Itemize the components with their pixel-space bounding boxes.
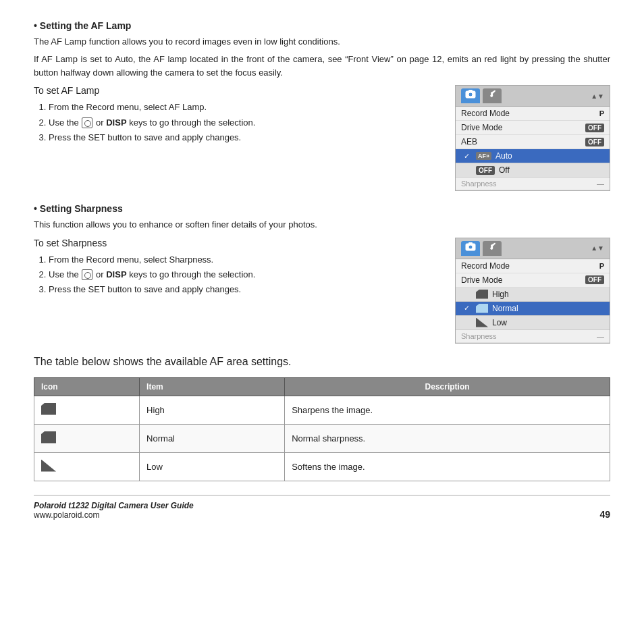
sharpness-footer-label: Sharpness — [461, 180, 497, 188]
drive-mode-row: Drive Mode OFF — [456, 121, 610, 135]
sharpness-footer-value: — — [597, 180, 604, 188]
col-icon: Icon — [34, 377, 140, 396]
sharpness-normal-item: ✓ Normal — [456, 302, 610, 316]
sharpness-step-1: From the Record menu, select Sharpness. — [49, 252, 441, 267]
af-lamp-instructions: To set AF Lamp From the Record menu, sel… — [34, 85, 441, 144]
table-header-row: Icon Item Description — [34, 377, 610, 396]
sharpness-menu-header: ▲▼ — [456, 238, 610, 259]
sharpness-drive-mode-row: Drive Mode OFF — [456, 273, 610, 288]
nav-arrows: ▲▼ — [591, 92, 604, 100]
sharpness-record-mode-label: Record Mode — [461, 261, 510, 271]
normal-icon — [476, 304, 488, 313]
desc-cell-low: Softens the image. — [285, 452, 610, 481]
kbd-icon — [82, 117, 92, 128]
sharpness-step-3: Press the SET button to save and apply c… — [49, 282, 441, 297]
af-lamp-step-1: From the Record menu, select AF Lamp. — [49, 100, 441, 115]
desc-cell-normal: Normal sharpness. — [285, 424, 610, 452]
sharpness-instructions: To set Sharpness From the Record menu, s… — [34, 238, 441, 297]
sharpness-steps: From the Record menu, select Sharpness. … — [34, 252, 441, 297]
record-mode-row: Record Mode P — [456, 107, 610, 121]
desc-cell-high: Sharpens the image. — [285, 396, 610, 424]
sharpness-table: Icon Item Description High Sharpens the … — [34, 377, 610, 481]
svg-point-1 — [468, 92, 473, 97]
af-lamp-body1: The AF Lamp function allows you to recor… — [34, 35, 610, 49]
sharpness-step-2: Use the or DISP keys to go through the s… — [49, 267, 441, 282]
af-lamp-camera-menu: ▲▼ Record Mode P Drive Mode OFF AEB OFF … — [455, 85, 610, 191]
table-row: High Sharpens the image. — [34, 396, 610, 424]
drive-mode-label: Drive Mode — [461, 123, 502, 132]
col-item: Item — [140, 377, 285, 396]
af-auto-item: ✓ AF» Auto — [456, 149, 610, 163]
table-intro: The table below shows the available AF a… — [34, 356, 610, 368]
icon-high — [41, 403, 56, 415]
svg-rect-2 — [468, 90, 473, 92]
af-lamp-instructions-area: To set AF Lamp From the Record menu, sel… — [34, 85, 610, 191]
sharpness-drive-mode-label: Drive Mode — [461, 275, 502, 285]
record-mode-label: Record Mode — [461, 109, 510, 118]
af-lamp-section: Setting the AF Lamp The AF Lamp function… — [34, 20, 610, 191]
sharpness-footer-value2: — — [597, 332, 604, 340]
svg-rect-5 — [468, 242, 473, 244]
icon-cell-high — [34, 396, 140, 424]
auto-label: Auto — [495, 151, 512, 161]
icon-normal — [41, 431, 56, 444]
brand-name: Polaroid t1232 Digital Camera User Guide — [34, 501, 194, 510]
sharpness-camera-tab — [461, 241, 502, 256]
af-off-item: OFF Off — [456, 163, 610, 178]
website: www.polaroid.com — [34, 510, 194, 520]
sharpness-instructions-area: To set Sharpness From the Record menu, s… — [34, 238, 610, 344]
af-lamp-body2: If AF Lamp is set to Auto, the AF lamp l… — [34, 53, 610, 80]
icon-cell-low — [34, 452, 140, 481]
sharpness-camera-menu: ▲▼ Record Mode P Drive Mode OFF High ✓ N… — [455, 238, 610, 344]
menu-header: ▲▼ — [456, 86, 610, 107]
sharpness-nav-arrows: ▲▼ — [591, 244, 604, 252]
high-label: High — [492, 290, 509, 299]
off-label: Off — [499, 165, 510, 175]
sharpness-title: Setting Sharpness — [34, 203, 610, 214]
sharpness-high-item: High — [456, 288, 610, 302]
sharpness-camera-tab-icon — [461, 241, 480, 256]
sharpness-record-mode-row: Record Mode P — [456, 259, 610, 273]
icon-cell-normal — [34, 424, 140, 452]
icon-low — [41, 460, 56, 472]
table-row: Low Softens the image. — [34, 452, 610, 481]
sharpness-section: Setting Sharpness This function allows y… — [34, 203, 610, 343]
camera-tab — [461, 88, 502, 103]
high-icon — [476, 290, 488, 299]
check-normal: ✓ — [464, 304, 472, 313]
table-section: The table below shows the available AF a… — [34, 356, 610, 481]
wrench-tab-icon — [483, 88, 502, 103]
af-lamp-step-3: Press the SET button to save and apply c… — [49, 130, 441, 145]
sharpness-drive-mode-value: OFF — [585, 275, 604, 284]
af-lamp-title: Setting the AF Lamp — [34, 20, 610, 31]
col-description: Description — [285, 377, 610, 396]
sharpness-record-mode-value: P — [599, 262, 604, 270]
svg-point-4 — [468, 245, 473, 249]
record-mode-value: P — [599, 109, 604, 117]
item-cell-normal: Normal — [140, 424, 285, 452]
sharpness-body: This function allows you to enhance or s… — [34, 218, 610, 232]
camera-tab-icon — [461, 88, 480, 103]
af-lamp-step-2: Use the or DISP keys to go through the s… — [49, 115, 441, 130]
aeb-label: AEB — [461, 137, 477, 146]
low-icon — [476, 318, 488, 327]
sharpness-footer-label2: Sharpness — [461, 332, 497, 340]
normal-label: Normal — [492, 304, 518, 313]
off-icon: OFF — [476, 166, 495, 175]
sharpness-low-item: Low — [456, 316, 610, 330]
aeb-row: AEB OFF — [456, 135, 610, 149]
af-icon: AF» — [476, 152, 491, 160]
drive-mode-value: OFF — [585, 124, 604, 132]
item-cell-high: High — [140, 396, 285, 424]
page-number: 49 — [599, 509, 610, 520]
aeb-value: OFF — [585, 138, 604, 146]
af-lamp-steps: From the Record menu, select AF Lamp. Us… — [34, 100, 441, 144]
footer: Polaroid t1232 Digital Camera User Guide… — [34, 495, 610, 520]
sharpness-footer-row: Sharpness — — [456, 178, 610, 190]
sharpness-footer-row2: Sharpness — — [456, 330, 610, 343]
sharpness-wrench-tab-icon — [483, 241, 502, 256]
table-header: Icon Item Description — [34, 377, 610, 396]
item-cell-low: Low — [140, 452, 285, 481]
table-body: High Sharpens the image. Normal Normal s… — [34, 396, 610, 481]
af-lamp-sub-title: To set AF Lamp — [34, 85, 441, 96]
